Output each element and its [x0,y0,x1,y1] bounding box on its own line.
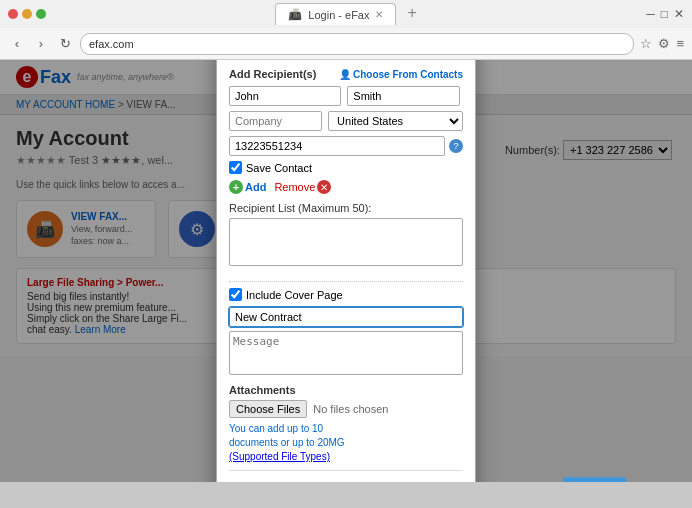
close-icon[interactable]: ✕ [674,7,684,21]
add-recipients-section: Add Recipient(s) 👤 Choose From Contacts [229,68,463,80]
send-fax-label: Send Fax [573,481,604,482]
phone-row: ? [229,136,463,156]
cover-page-checkbox[interactable] [229,288,242,301]
message-textarea[interactable] [229,331,463,375]
name-row [229,86,463,106]
country-select[interactable]: United States Canada [328,111,463,131]
minimize-window-btn[interactable] [22,9,32,19]
tab-close-btn[interactable]: ✕ [375,9,383,20]
help-icon[interactable]: ? [449,139,463,153]
company-country-row: United States Canada [229,111,463,131]
add-button[interactable]: + Add [229,180,266,194]
bottom-row: Reference ID: testlest(orbets Finer (Bet… [229,470,463,482]
remove-button[interactable]: Remove ✕ [274,180,331,194]
page-content: e Fax fax anytime, anywhere® MY ACCOUNT … [0,60,692,482]
remove-icon: ✕ [317,180,331,194]
choose-from-contacts-link[interactable]: 👤 Choose From Contacts [339,69,463,80]
menu-icon[interactable]: ≡ [676,36,684,51]
tab-bar: 📠 Login - eFax ✕ + [54,3,638,25]
nav-icons: ☆ ⚙ ≡ [640,36,684,51]
tab-favicon: 📠 [288,8,302,21]
choose-files-button[interactable]: Choose Files [229,400,307,418]
attachments-row: Choose Files No files chosen [229,400,463,418]
minimize-icon[interactable]: ─ [646,7,655,21]
window-controls [8,9,46,19]
add-remove-row: + Add Remove ✕ [229,180,463,194]
save-contact-label: Save Contact [246,162,312,174]
tab-title: Login - eFax [308,9,369,21]
modal-body: Add Recipient(s) 👤 Choose From Contacts … [217,60,475,482]
back-button[interactable]: ‹ [8,35,26,53]
supported-file-types-link[interactable]: (Supported File Types) [229,451,330,462]
save-contact-checkbox[interactable] [229,161,242,174]
send-fax-button[interactable]: Send Fax ➤ [563,477,626,482]
maximize-icon[interactable]: □ [661,7,668,21]
cover-page-label: Include Cover Page [246,289,343,301]
close-window-btn[interactable] [8,9,18,19]
active-tab[interactable]: 📠 Login - eFax ✕ [275,3,396,25]
modal-overlay: Send a Fax ✕ Add Recipient(s) 👤 Choose F… [0,60,692,482]
att-note-line1: You can add up to 10 [229,422,463,436]
recipient-list-textarea[interactable] [229,218,463,266]
add-recipients-label: Add Recipient(s) [229,68,316,80]
bookmark-icon[interactable]: ☆ [640,36,652,51]
url-text: efax.com [89,38,134,50]
new-tab-btn[interactable]: + [408,4,417,21]
att-note: You can add up to 10 documents or up to … [229,422,463,464]
send-fax-modal: Send a Fax ✕ Add Recipient(s) 👤 Choose F… [216,60,476,482]
recipient-list-label: Recipient List (Maximum 50): [229,202,463,214]
subject-input[interactable] [229,307,463,327]
window-action-btns: ─ □ ✕ [646,7,684,21]
attachments-section: Attachments Choose Files No files chosen… [229,384,463,464]
divider-1 [229,281,463,282]
contacts-icon: 👤 [339,69,351,80]
save-contact-row: Save Contact [229,161,463,174]
browser-nav: ‹ › ↻ efax.com ☆ ⚙ ≡ [0,28,692,60]
att-note-line2: documents or up to 20MG [229,436,463,450]
settings-icon[interactable]: ⚙ [658,36,670,51]
add-icon: + [229,180,243,194]
phone-input[interactable] [229,136,445,156]
url-bar[interactable]: efax.com [80,33,634,55]
browser-window: 📠 Login - eFax ✕ + ─ □ ✕ ‹ › ↻ efax.com … [0,0,692,60]
refresh-button[interactable]: ↻ [56,35,74,53]
forward-button[interactable]: › [32,35,50,53]
cover-page-row: Include Cover Page [229,288,463,301]
company-input[interactable] [229,111,322,131]
no-file-text: No files chosen [313,403,388,415]
last-name-input[interactable] [347,86,459,106]
maximize-window-btn[interactable] [36,9,46,19]
attachments-header: Attachments [229,384,463,396]
titlebar: 📠 Login - eFax ✕ + ─ □ ✕ [0,0,692,28]
first-name-input[interactable] [229,86,341,106]
